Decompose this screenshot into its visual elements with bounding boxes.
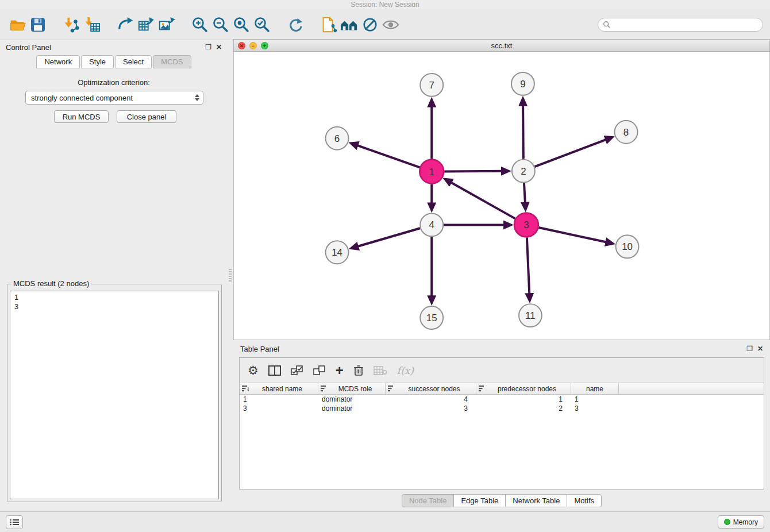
delete-column-button[interactable] [353, 362, 364, 379]
graph-edge-1-2[interactable] [444, 171, 502, 172]
search-input[interactable] [611, 21, 763, 29]
dropdown-selected-value: strongly connected component [31, 94, 133, 102]
graph-node-8[interactable]: 8 [615, 121, 638, 144]
delete-table-button[interactable] [374, 362, 387, 379]
cell-mcds-role[interactable]: dominator [318, 404, 386, 413]
open-session-button[interactable] [7, 14, 28, 35]
function-builder-button[interactable]: f(x) [397, 362, 414, 379]
run-mcds-button[interactable]: Run MCDS [54, 110, 109, 123]
zoom-in-icon [191, 16, 209, 34]
graph-edge-1-6[interactable] [357, 145, 419, 167]
tab-edge-table[interactable]: Edge Table [453, 494, 506, 507]
column-header-shared-name[interactable]: shared name [240, 383, 318, 394]
network-from-clipboard-button[interactable] [318, 14, 339, 35]
add-column-button[interactable]: + [336, 362, 344, 379]
svg-text:4: 4 [429, 219, 434, 230]
cell-predecessor-nodes[interactable]: 1 [476, 395, 571, 403]
svg-text:8: 8 [623, 127, 629, 138]
zoom-out-button[interactable] [210, 14, 231, 35]
tab-motifs[interactable]: Motifs [567, 494, 602, 507]
column-layout-icon [268, 365, 281, 376]
tab-network-table[interactable]: Network Table [505, 494, 567, 507]
cell-successor-nodes[interactable]: 4 [386, 395, 476, 403]
graph-node-7[interactable]: 7 [420, 74, 443, 97]
panel-splitter[interactable] [228, 40, 233, 511]
cell-successor-nodes[interactable]: 3 [386, 404, 476, 413]
result-line: 3 [14, 302, 214, 311]
graph-node-15[interactable]: 15 [420, 306, 443, 329]
export-table-button[interactable] [136, 14, 156, 35]
column-layout-button[interactable] [268, 362, 281, 379]
column-header-successor-nodes[interactable]: successor nodes [386, 383, 476, 394]
table-row[interactable]: 1 dominator 4 1 1 [240, 395, 764, 404]
column-header-predecessor-nodes[interactable]: predecessor nodes [476, 383, 571, 394]
graph-node-3[interactable]: 3 [514, 213, 538, 237]
graph-edge-4-14[interactable] [357, 228, 420, 246]
graph-node-4[interactable]: 4 [420, 213, 443, 236]
table-row[interactable]: 3 dominator 3 2 3 [240, 404, 764, 413]
cell-name[interactable]: 3 [571, 404, 619, 413]
zoom-selected-button[interactable] [252, 14, 272, 35]
tab-style[interactable]: Style [81, 55, 114, 68]
trash-icon [353, 365, 364, 376]
save-session-button[interactable] [28, 14, 48, 35]
close-panel-button[interactable]: Close panel [117, 110, 176, 123]
svg-text:3: 3 [523, 219, 529, 230]
tab-node-table[interactable]: Node Table [402, 494, 455, 507]
task-history-button[interactable] [6, 515, 23, 529]
cell-predecessor-nodes[interactable]: 2 [476, 404, 571, 413]
column-header-name[interactable]: name [571, 383, 619, 394]
mcds-result-list[interactable]: 1 3 [10, 291, 219, 499]
tab-select[interactable]: Select [115, 55, 152, 68]
graph-node-11[interactable]: 11 [519, 304, 542, 327]
svg-text:15: 15 [426, 313, 437, 323]
search-field[interactable] [598, 18, 763, 32]
tab-network[interactable]: Network [36, 55, 80, 68]
cell-name[interactable]: 1 [571, 395, 619, 403]
graph-node-14[interactable]: 14 [326, 241, 349, 264]
float-panel-icon[interactable]: ❐ [205, 44, 211, 51]
column-header-mcds-role[interactable]: MCDS role [318, 383, 386, 394]
graph-node-9[interactable]: 9 [511, 72, 534, 95]
memory-button[interactable]: Memory [718, 515, 764, 529]
export-network-icon [117, 16, 134, 33]
export-network-button[interactable] [115, 14, 136, 35]
graph-edge-2-8[interactable] [534, 140, 606, 167]
cell-shared-name[interactable]: 3 [240, 404, 318, 413]
close-panel-icon[interactable]: ✕ [216, 44, 222, 51]
show-all-networks-button[interactable] [339, 14, 360, 35]
import-table-button[interactable] [82, 14, 102, 35]
network-graph[interactable]: 7968124314101511 [234, 52, 769, 340]
import-network-button[interactable] [61, 14, 82, 35]
graph-edge-2-9[interactable] [523, 105, 523, 159]
graph-node-2[interactable]: 2 [512, 160, 535, 183]
graph-node-6[interactable]: 6 [326, 127, 349, 150]
select-all-columns-button[interactable] [291, 362, 303, 379]
cell-shared-name[interactable]: 1 [240, 395, 318, 403]
hide-selected-button[interactable] [360, 14, 380, 35]
tab-mcds[interactable]: MCDS [153, 55, 191, 68]
main-toolbar [0, 9, 770, 40]
table-settings-button[interactable]: ⚙ [248, 362, 259, 379]
zoom-fit-button[interactable] [231, 14, 252, 35]
graph-edge-2-3[interactable] [524, 183, 525, 203]
network-canvas[interactable]: 7968124314101511 [233, 52, 770, 340]
export-image-button[interactable] [156, 14, 177, 35]
graph-node-1[interactable]: 1 [419, 160, 444, 184]
refresh-button[interactable] [285, 14, 306, 35]
window-titlebar: Session: New Session [0, 0, 770, 9]
application-window: Session: New Session [0, 0, 770, 532]
graph-edge-3-11[interactable] [527, 237, 529, 294]
graph-node-10[interactable]: 10 [616, 235, 639, 258]
network-window-titlebar[interactable]: scc.txt ✕ − + [233, 39, 770, 52]
graph-edge-3-1[interactable] [451, 182, 515, 218]
preview-button[interactable] [380, 14, 401, 35]
graph-edge-3-10[interactable] [538, 228, 606, 242]
float-panel-icon[interactable]: ❐ [746, 345, 753, 352]
sort-icon [388, 385, 395, 392]
deselect-all-columns-button[interactable] [313, 362, 326, 379]
zoom-in-button[interactable] [190, 14, 210, 35]
optimization-criterion-select[interactable]: strongly connected component [25, 91, 203, 105]
cell-mcds-role[interactable]: dominator [318, 395, 386, 403]
close-panel-icon[interactable]: ✕ [757, 345, 763, 352]
